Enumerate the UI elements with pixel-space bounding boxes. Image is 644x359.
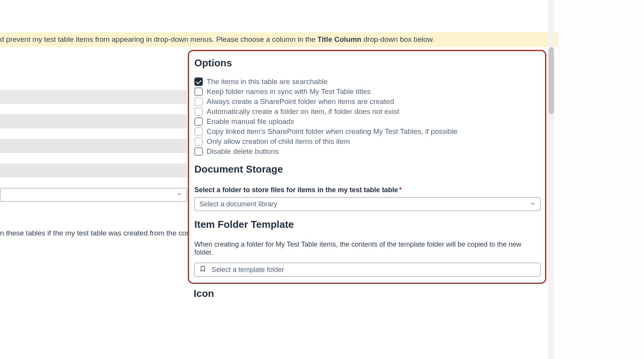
checkbox-label: The items in this table are searchable — [207, 77, 328, 86]
left-row — [0, 114, 187, 128]
checkbox-label: Automatically create a folder on item, i… — [207, 107, 399, 116]
checkbox[interactable] — [194, 77, 203, 86]
content-area: d prevent my test table items from appea… — [0, 0, 558, 359]
check-item-disable-delete[interactable]: Disable delete buttons — [194, 147, 540, 156]
notice-banner: d prevent my test table items from appea… — [0, 32, 558, 47]
checkbox[interactable] — [194, 127, 203, 136]
checkbox-label: Keep folder names in sync with My Test T… — [207, 87, 371, 96]
check-item-manual-uploads[interactable]: Enable manual file uploads — [194, 117, 540, 126]
check-item-child-only[interactable]: Only allow creation of child items of th… — [194, 137, 540, 146]
doc-storage-label-text: Select a folder to store files for items… — [194, 186, 398, 194]
document-storage-heading: Document Storage — [194, 163, 540, 175]
checkbox-label: Always create a SharePoint folder when i… — [207, 97, 394, 106]
chevron-down-icon — [530, 200, 536, 208]
left-paragraph: n these tables if the my test table was … — [0, 229, 210, 237]
checkbox-label: Enable manual file uploads — [207, 117, 294, 126]
checkbox-label: Disable delete buttons — [207, 147, 279, 156]
check-item-sync-folders[interactable]: Keep folder names in sync with My Test T… — [194, 87, 540, 96]
check-item-searchable[interactable]: The items in this table are searchable — [194, 77, 540, 86]
required-asterisk: * — [399, 186, 402, 194]
template-folder-select[interactable]: Select a template folder — [194, 263, 540, 277]
check-item-auto-create-folder[interactable]: Automatically create a folder on item, i… — [194, 107, 540, 116]
checkbox[interactable] — [194, 137, 203, 146]
checkbox[interactable] — [194, 107, 203, 116]
folder-template-description: When creating a folder for My Test Table… — [194, 240, 540, 257]
left-dropdown[interactable] — [0, 188, 187, 202]
doc-storage-label: Select a folder to store files for items… — [194, 186, 540, 194]
left-row — [0, 163, 187, 178]
notice-text-bold: Title Column — [317, 35, 361, 43]
select-placeholder: Select a document library — [199, 200, 277, 208]
options-panel: Options The items in this table are sear… — [188, 50, 546, 284]
check-item-always-create-folder[interactable]: Always create a SharePoint folder when i… — [194, 97, 540, 106]
folder-template-heading: Item Folder Template — [194, 219, 540, 231]
checkbox-label: Only allow creation of child items of th… — [207, 137, 350, 146]
template-placeholder: Select a template folder — [212, 266, 284, 274]
options-heading: Options — [194, 57, 540, 69]
scrollbar-thumb[interactable] — [549, 47, 554, 114]
right-gutter — [558, 0, 644, 359]
checkbox-label: Copy linked item's SharePoint folder whe… — [207, 127, 458, 136]
left-row — [0, 90, 187, 104]
notice-text-pre: d prevent my test table items from appea… — [0, 35, 317, 43]
document-library-select[interactable]: Select a document library — [194, 197, 540, 211]
icon-heading: Icon — [194, 288, 214, 300]
bookmark-icon — [199, 265, 206, 274]
checkbox[interactable] — [194, 87, 203, 96]
notice-text-post: drop-down box below. — [361, 35, 434, 43]
checkbox[interactable] — [194, 117, 203, 126]
checkbox[interactable] — [194, 147, 203, 156]
left-row — [0, 139, 187, 153]
check-item-copy-linked[interactable]: Copy linked item's SharePoint folder whe… — [194, 127, 540, 136]
options-checklist: The items in this table are searchable K… — [194, 77, 540, 156]
chevron-down-icon — [177, 191, 182, 198]
checkbox[interactable] — [194, 97, 203, 106]
